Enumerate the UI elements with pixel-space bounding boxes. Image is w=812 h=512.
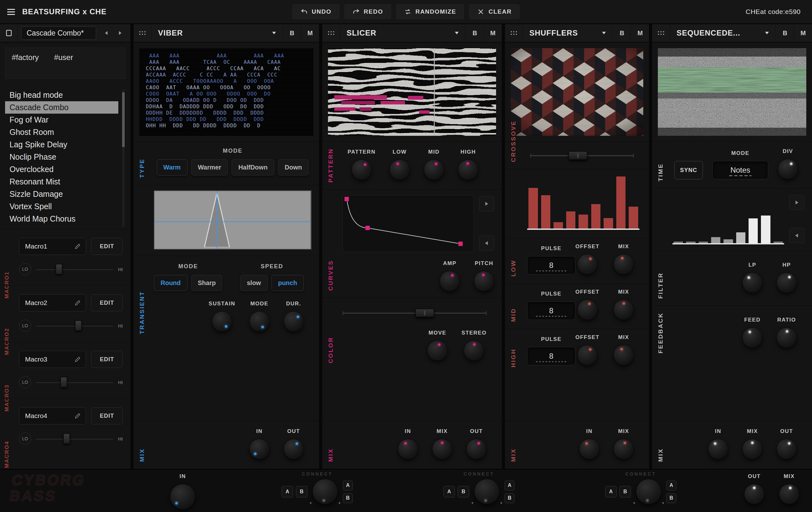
out-knob[interactable] bbox=[284, 439, 304, 459]
in-knob[interactable] bbox=[398, 439, 418, 459]
in-knob[interactable] bbox=[170, 484, 195, 509]
macro4-name-field[interactable]: Macro4 bbox=[19, 407, 86, 424]
mix-knob[interactable] bbox=[613, 345, 634, 365]
envelope-handle[interactable] bbox=[458, 242, 463, 246]
slicer-mute-button[interactable]: M bbox=[484, 24, 502, 42]
tag-factory[interactable]: #factory bbox=[12, 53, 39, 62]
preset-file-button[interactable] bbox=[0, 29, 18, 37]
offset-knob[interactable] bbox=[577, 254, 598, 275]
sequenced-effect-selector[interactable] bbox=[758, 24, 776, 42]
macro3-slider-handle[interactable] bbox=[61, 377, 67, 387]
mode-down-button[interactable]: Down bbox=[278, 159, 309, 176]
connect2-a-button[interactable]: A bbox=[443, 486, 455, 497]
drag-handle-icon[interactable] bbox=[505, 30, 523, 35]
randomize-button[interactable]: RANDOMIZE bbox=[396, 4, 464, 19]
macro3-slider[interactable] bbox=[35, 377, 114, 387]
feed-knob[interactable] bbox=[742, 328, 762, 348]
color-slider[interactable] bbox=[343, 307, 487, 318]
chart-bar[interactable] bbox=[541, 195, 551, 228]
chart-bar[interactable] bbox=[629, 207, 638, 228]
chart-bar[interactable] bbox=[686, 242, 695, 243]
preset-item[interactable]: Ghost Room bbox=[5, 126, 118, 138]
preset-item[interactable]: Vortex Spell bbox=[5, 200, 118, 213]
menu-icon[interactable] bbox=[0, 0, 22, 24]
macro2-slider[interactable] bbox=[35, 320, 114, 331]
redo-button[interactable]: REDO bbox=[345, 4, 391, 19]
chart-bar[interactable] bbox=[604, 218, 613, 228]
macro2-slider-handle[interactable] bbox=[75, 321, 82, 331]
slicer-bypass-button[interactable]: B bbox=[466, 24, 484, 42]
mix-knob[interactable] bbox=[613, 300, 634, 320]
mid-knob[interactable] bbox=[424, 160, 444, 180]
chart-bar[interactable] bbox=[674, 242, 683, 243]
sequenced-mute-button[interactable]: M bbox=[794, 24, 812, 42]
knob-knob[interactable] bbox=[636, 479, 661, 504]
chart-bar[interactable] bbox=[724, 239, 733, 243]
macro4-slider-handle[interactable] bbox=[63, 434, 70, 444]
out-knob[interactable] bbox=[744, 484, 764, 504]
chart-bar[interactable] bbox=[736, 232, 745, 243]
connect1-route-a-button[interactable]: A bbox=[343, 481, 353, 490]
preset-selector[interactable]: Cascade Combo* bbox=[21, 26, 96, 40]
next-preset-button[interactable] bbox=[113, 26, 127, 40]
mix-knob[interactable] bbox=[432, 439, 452, 459]
prev-preset-button[interactable] bbox=[99, 26, 113, 40]
preset-item[interactable]: Resonant Mist bbox=[5, 176, 118, 188]
mid-pulse-value[interactable]: 8 bbox=[527, 301, 575, 320]
macro2-name-field[interactable]: Macro2 bbox=[19, 294, 86, 312]
mode-knob[interactable] bbox=[249, 312, 270, 332]
preset-item[interactable]: Big head mode bbox=[5, 89, 118, 101]
chart-bar[interactable] bbox=[749, 218, 758, 243]
mix-knob[interactable] bbox=[613, 439, 634, 459]
preset-item[interactable]: Lag Spike Delay bbox=[5, 138, 118, 151]
preset-item[interactable]: Fog of War bbox=[5, 114, 118, 126]
shufflers-bypass-button[interactable]: B bbox=[613, 24, 631, 42]
stereo-knob[interactable] bbox=[464, 341, 484, 361]
connect2-b-button[interactable]: B bbox=[458, 486, 469, 497]
chart-bar[interactable] bbox=[616, 177, 626, 228]
crossover-slider[interactable] bbox=[530, 150, 634, 161]
tag-user[interactable]: #user bbox=[54, 53, 73, 62]
div-knob[interactable] bbox=[778, 159, 798, 179]
macro4-slider[interactable] bbox=[35, 433, 114, 444]
connect3-b-button[interactable]: B bbox=[619, 486, 631, 497]
sync-button[interactable]: SYNC bbox=[674, 161, 703, 179]
in-knob[interactable] bbox=[708, 439, 728, 459]
envelope-handle[interactable] bbox=[366, 226, 370, 230]
mix-knob[interactable] bbox=[613, 254, 634, 275]
macro3-edit-button[interactable]: EDIT bbox=[91, 351, 123, 368]
macro4-edit-button[interactable]: EDIT bbox=[91, 407, 123, 424]
high-knob[interactable] bbox=[458, 160, 478, 180]
drag-handle-icon[interactable] bbox=[322, 30, 340, 35]
out-knob[interactable] bbox=[777, 439, 797, 459]
macro1-slider[interactable] bbox=[35, 264, 114, 275]
connect1-b-button[interactable]: B bbox=[296, 486, 307, 497]
viber-bypass-button[interactable]: B bbox=[283, 24, 301, 42]
mode-warm-button[interactable]: Warm bbox=[157, 159, 187, 176]
connect1-a-button[interactable]: A bbox=[282, 486, 293, 497]
mode-halfdown-button[interactable]: HalfDown bbox=[232, 159, 274, 176]
next-step-button[interactable] bbox=[789, 195, 804, 210]
chart-bar[interactable] bbox=[711, 237, 720, 243]
preset-item[interactable]: Noclip Phase bbox=[5, 151, 118, 163]
preset-item[interactable]: Overclocked bbox=[5, 163, 118, 176]
shufflers-mute-button[interactable]: M bbox=[631, 24, 649, 42]
pattern-knob[interactable] bbox=[351, 160, 372, 180]
mix-knob[interactable] bbox=[779, 484, 799, 504]
viber-mute-button[interactable]: M bbox=[301, 24, 319, 42]
sequenced-bypass-button[interactable]: B bbox=[776, 24, 794, 42]
low-pulse-value[interactable]: 8 bbox=[527, 256, 575, 275]
knob-knob[interactable] bbox=[474, 479, 499, 504]
sustain-knob[interactable] bbox=[212, 312, 232, 332]
connect3-route-a-button[interactable]: A bbox=[666, 481, 676, 490]
prev-slice-button[interactable] bbox=[479, 236, 494, 251]
scrollbar-thumb[interactable] bbox=[122, 92, 125, 147]
chart-bar[interactable] bbox=[528, 188, 538, 228]
preset-item[interactable]: Cascade Combo bbox=[5, 101, 118, 114]
connect1-route-b-button[interactable]: B bbox=[343, 493, 353, 503]
chart-bar[interactable] bbox=[699, 242, 708, 243]
move-knob[interactable] bbox=[427, 341, 447, 361]
drag-handle-icon[interactable] bbox=[652, 30, 670, 35]
crossover-slider-handle[interactable] bbox=[569, 152, 587, 160]
amp-knob[interactable] bbox=[440, 271, 460, 291]
